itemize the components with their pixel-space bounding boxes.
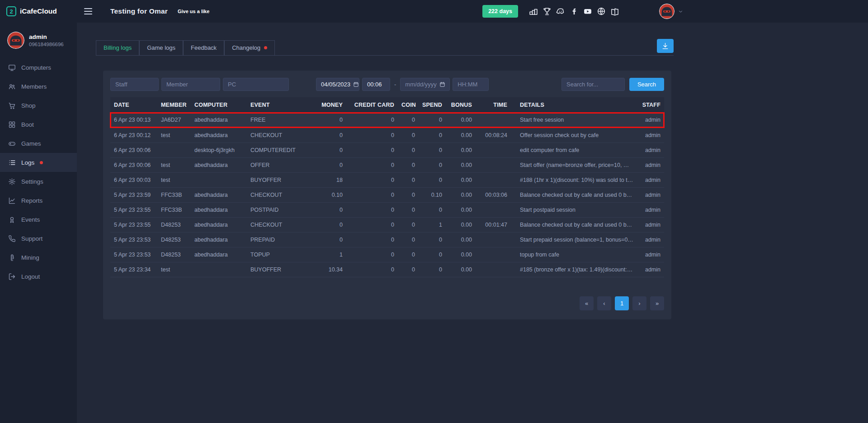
column-header-details[interactable]: DETAILS — [511, 97, 637, 113]
download-button[interactable] — [657, 39, 674, 53]
sidebar-item-label: Support — [21, 235, 42, 242]
sidebar-item-reports[interactable]: Reports — [0, 191, 77, 210]
tab-feedback[interactable]: Feedback — [183, 40, 224, 56]
first-page-button[interactable]: « — [580, 296, 594, 310]
sidebar-item-logs[interactable]: Logs — [0, 153, 77, 172]
table-row[interactable]: 6 Apr 23 00:13JA6D27abedhaddaraFREE00000… — [110, 113, 664, 128]
pc-filter-input[interactable] — [223, 78, 289, 91]
table-row[interactable]: 5 Apr 23 23:55FFC33BabedhaddaraPOSTPAID0… — [110, 202, 664, 217]
table-cell: BUYOFFER — [247, 172, 313, 187]
sidebar-item-mining[interactable]: Mining — [0, 248, 77, 267]
table-cell: 0 — [419, 232, 446, 247]
globe-icon[interactable] — [597, 7, 606, 16]
sidebar-item-support[interactable]: Support — [0, 229, 77, 248]
sidebar-item-shop[interactable]: Shop — [0, 96, 77, 115]
table-row[interactable]: 5 Apr 23 23:53D48253abedhaddaraTOPUP1000… — [110, 247, 664, 262]
table-row[interactable]: 6 Apr 23 00:03testBUYOFFER180000.00#188 … — [110, 172, 664, 187]
table-cell: 5 Apr 23 23:55 — [110, 202, 157, 217]
give-us-a-like-link[interactable]: Give us a like — [178, 9, 209, 14]
topbar-right: 222 days — [482, 4, 684, 19]
date-from-field[interactable]: 04/05/2023 — [316, 78, 359, 91]
table-cell: topup from cafe — [511, 247, 637, 262]
table-cell: 0 — [398, 202, 419, 217]
column-header-member[interactable]: MEMBER — [157, 97, 191, 113]
tab-changelog[interactable]: Changelog — [224, 40, 275, 56]
column-header-time[interactable]: TIME — [476, 97, 511, 113]
table-cell: Start free session — [511, 113, 637, 128]
sidebar-item-computers[interactable]: Computers — [0, 58, 77, 77]
table-cell: 0.00 — [446, 232, 476, 247]
trophy-icon[interactable] — [542, 7, 552, 16]
column-header-computer[interactable]: COMPUTER — [191, 97, 247, 113]
brand[interactable]: 2 iCafeCloud — [0, 0, 77, 23]
page-title: Testing for Omar — [110, 7, 168, 15]
facebook-icon[interactable] — [570, 7, 579, 16]
table-cell: 0 — [419, 202, 446, 217]
tab-game-logs[interactable]: Game logs — [139, 40, 183, 56]
table-row[interactable]: 6 Apr 23 00:06desktop-6j3rgkhCOMPUTEREDI… — [110, 143, 664, 157]
sidebar-item-members[interactable]: Members — [0, 77, 77, 96]
table-cell: test — [157, 128, 191, 143]
table-cell: abedhaddara — [191, 187, 247, 202]
table-cell: 0.00 — [446, 202, 476, 217]
last-page-button[interactable]: » — [650, 296, 664, 310]
handbook-icon[interactable] — [610, 7, 619, 16]
page-1-button[interactable]: 1 — [615, 296, 629, 310]
table-cell: 0.00 — [446, 143, 476, 157]
time-from-field[interactable]: 00:06 — [362, 78, 390, 91]
sidebar-item-games[interactable]: Games — [0, 134, 77, 153]
table-row[interactable]: 5 Apr 23 23:53D48253abedhaddaraPREPAID00… — [110, 232, 664, 247]
column-header-event[interactable]: EVENT — [247, 97, 313, 113]
user-menu[interactable] — [659, 4, 684, 19]
tab-billing-logs[interactable]: Billing logs — [96, 40, 139, 56]
table-cell: Balance checked out by cafe and used 0 b… — [511, 217, 637, 232]
youtube-icon[interactable] — [583, 7, 592, 16]
table-cell: 0 — [419, 247, 446, 262]
sidebar-item-events[interactable]: Events — [0, 210, 77, 229]
table-cell: 0 — [346, 232, 398, 247]
staff-filter-input[interactable] — [110, 78, 159, 91]
column-header-spend[interactable]: SPEND — [419, 97, 446, 113]
discord-icon[interactable] — [556, 7, 565, 16]
table-cell: 0.00 — [446, 172, 476, 187]
table-cell: 0 — [419, 113, 446, 128]
column-header-coin[interactable]: COIN — [398, 97, 419, 113]
column-header-bonus[interactable]: BONUS — [446, 97, 476, 113]
table-row[interactable]: 5 Apr 23 23:55D48253abedhaddaraCHECKOUT0… — [110, 217, 664, 232]
sidebar-item-logout[interactable]: Logout — [0, 267, 77, 286]
table-cell — [476, 232, 511, 247]
next-page-button[interactable]: › — [632, 296, 646, 310]
search-input[interactable] — [561, 78, 625, 91]
table-row[interactable]: 5 Apr 23 23:34testBUYOFFER10.340000.00#1… — [110, 262, 664, 277]
table-row[interactable]: 6 Apr 23 00:06testabedhaddaraOFFER00000.… — [110, 157, 664, 172]
sidebar-item-boot[interactable]: Boot — [0, 115, 77, 134]
column-header-credit-card[interactable]: CREDIT CARD — [346, 97, 398, 113]
column-header-money[interactable]: MONEY — [313, 97, 346, 113]
leaderboard-icon[interactable] — [529, 7, 538, 16]
prev-page-button[interactable]: ‹ — [597, 296, 611, 310]
column-header-date[interactable]: DATE — [110, 97, 157, 113]
time-to-field[interactable]: HH:MM — [453, 78, 489, 91]
table-cell: abedhaddara — [191, 157, 247, 172]
column-header-staff[interactable]: STAFF — [637, 97, 664, 113]
calendar-icon — [353, 81, 359, 87]
hamburger-menu-button[interactable] — [80, 5, 96, 18]
table-cell: Start postpaid session — [511, 202, 637, 217]
table-cell: #185 (bronze offer x 1)(tax: 1.49)(disco… — [511, 262, 637, 277]
sidebar-item-label: Mining — [21, 254, 39, 261]
table-cell: 0 — [419, 172, 446, 187]
search-button[interactable]: Search — [629, 78, 664, 91]
table-row[interactable]: 6 Apr 23 00:12testabedhaddaraCHECKOUT000… — [110, 128, 664, 143]
days-badge[interactable]: 222 days — [482, 5, 518, 18]
sidebar-item-settings[interactable]: Settings — [0, 172, 77, 191]
member-filter-input[interactable] — [161, 78, 220, 91]
table-cell: admin — [637, 128, 664, 143]
chevron-down-icon — [678, 9, 684, 14]
table-cell: 0 — [346, 113, 398, 128]
notification-dot — [264, 46, 267, 49]
table-row[interactable]: 5 Apr 23 23:59FFC33BabedhaddaraCHECKOUT0… — [110, 187, 664, 202]
table-cell: 0.10 — [313, 187, 346, 202]
gear-icon — [8, 178, 16, 185]
notification-dot — [40, 161, 43, 164]
date-to-field[interactable]: mm/dd/yyyy — [400, 78, 450, 91]
